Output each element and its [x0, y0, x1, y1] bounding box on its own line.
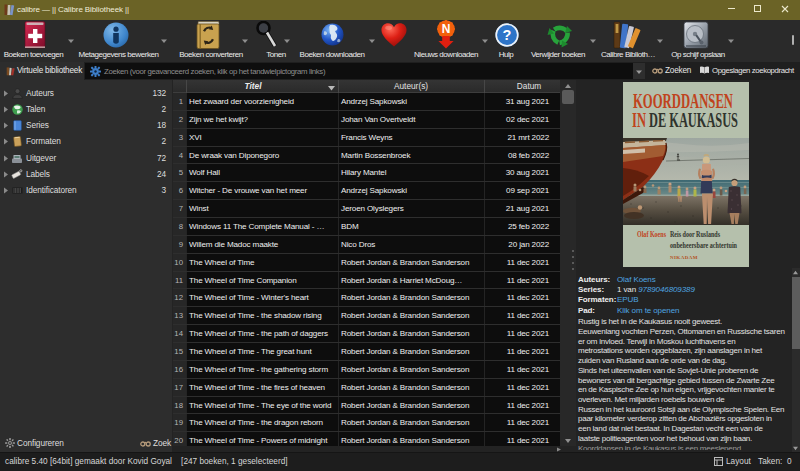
svg-text:onbeheersbare achtertuin: onbeheersbare achtertuin	[670, 240, 737, 250]
svg-text:IN: IN	[632, 109, 646, 131]
svg-text:?: ?	[503, 27, 512, 43]
svg-text:NIKADAM: NIKADAM	[670, 255, 698, 260]
svg-text:DE KAUKASUS: DE KAUKASUS	[649, 109, 738, 131]
svg-text:N: N	[442, 22, 451, 36]
svg-text:Reis door Ruslands: Reis door Ruslands	[670, 229, 720, 239]
svg-text:Olaf Koens: Olaf Koens	[637, 229, 666, 239]
